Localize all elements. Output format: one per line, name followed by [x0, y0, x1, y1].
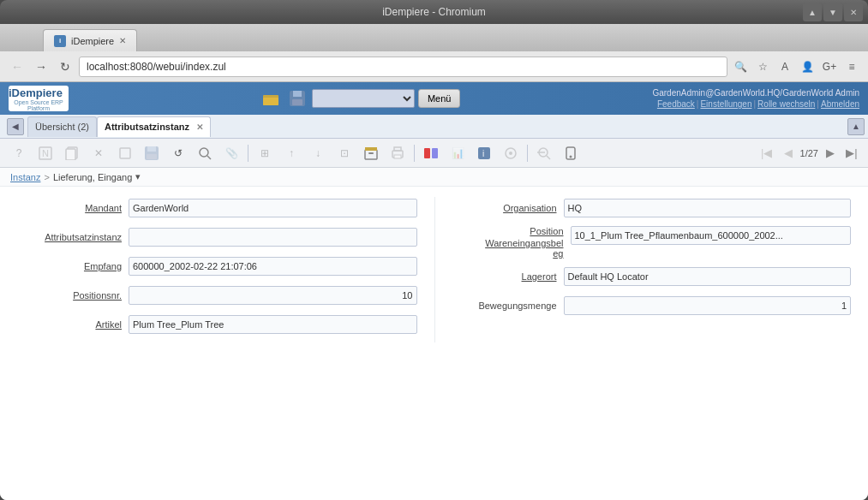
delete-button[interactable]: ✕ [87, 142, 111, 164]
refresh-button[interactable]: ↺ [166, 142, 190, 164]
organisation-input[interactable] [564, 199, 852, 217]
zoom-button[interactable] [532, 142, 556, 164]
attributsatz-input[interactable] [129, 228, 417, 247]
tab-close-icon[interactable]: ✕ [119, 36, 126, 45]
menu-icon[interactable]: ≡ [842, 57, 861, 76]
form-row-attributsatz: Attributsatzinstanz [17, 226, 417, 248]
reload-button[interactable]: ↻ [55, 57, 75, 77]
address-icons: 🔍 ☆ A 👤 G+ ≡ [731, 57, 861, 76]
next-page-button[interactable]: ▶ [821, 144, 840, 163]
position-label[interactable]: Position [452, 226, 564, 236]
phone-icon [564, 146, 578, 160]
positionsnr-label[interactable]: Positionsnr. [17, 290, 129, 301]
undo-button[interactable] [113, 142, 137, 164]
empfang-input[interactable] [129, 257, 417, 276]
artikel-input[interactable] [129, 315, 417, 334]
page-info: 1/27 [800, 148, 818, 158]
context-dropdown[interactable] [312, 89, 415, 108]
new-button[interactable]: N [33, 142, 57, 164]
tab-attributsatz[interactable]: Attributsatzinstanz ✕ [97, 116, 211, 137]
attachment-button[interactable]: 📎 [219, 142, 243, 164]
svg-point-14 [200, 148, 208, 157]
last-page-button[interactable]: ▶| [842, 144, 861, 163]
settings-btn[interactable] [499, 142, 523, 164]
tab-scroll-up[interactable]: ▲ [847, 118, 865, 135]
svg-rect-13 [147, 154, 157, 159]
wareneingang-label[interactable]: Wareneingangsbeleg [452, 238, 564, 259]
collapse-button[interactable]: ◀ [7, 118, 24, 135]
back-button[interactable]: ← [7, 57, 27, 77]
minimize-btn[interactable]: ▲ [803, 3, 822, 21]
attributsatz-label[interactable]: Attributsatzinstanz [17, 232, 129, 242]
open-folder-button[interactable] [260, 87, 283, 110]
logout-link[interactable]: Abmelden [821, 99, 859, 109]
svg-text:N: N [42, 148, 49, 158]
find-button[interactable] [193, 142, 217, 164]
forward-button[interactable]: → [31, 57, 51, 77]
form-row-position: Position Wareneingangsbeleg [452, 226, 852, 259]
feedback-link[interactable]: Feedback [657, 99, 695, 109]
form-row-positionsnr: Positionsnr. [17, 284, 417, 307]
address-input[interactable] [79, 57, 727, 77]
app-header: iDempiere Open Source ERP Platform Menü [0, 82, 868, 115]
lagerort-label[interactable]: Lagerort [452, 271, 564, 282]
organisation-label[interactable]: Organisation [452, 203, 564, 213]
transaction-button[interactable] [419, 142, 443, 164]
prev-page-button[interactable]: ◀ [779, 144, 798, 163]
browser-window: iDempiere - Chromium ▲ ▼ ✕ i iDempiere ✕… [0, 0, 868, 500]
help-button[interactable]: ? [7, 142, 31, 164]
phone-button[interactable] [559, 142, 583, 164]
breadcrumb-row: Instanz > Lieferung, Eingang ▾ [0, 168, 868, 187]
instanz-link[interactable]: Instanz [10, 172, 40, 182]
zoom-icon[interactable]: 🔍 [731, 57, 750, 76]
breadcrumb-dropdown[interactable]: ▾ [135, 171, 141, 182]
tab-close-button[interactable]: ✕ [196, 122, 203, 132]
translate-icon[interactable]: A [775, 57, 794, 76]
expand-button[interactable]: ⊡ [332, 142, 356, 164]
view-button[interactable]: ⊞ [253, 142, 277, 164]
svg-line-29 [547, 156, 550, 159]
position-input[interactable] [571, 226, 852, 245]
svg-rect-18 [368, 152, 374, 154]
tab-overview[interactable]: Übersicht (2) [27, 116, 97, 137]
info-button[interactable]: i [472, 142, 496, 164]
save-button[interactable] [286, 87, 308, 110]
save-record-button[interactable] [140, 142, 164, 164]
mandant-input[interactable] [129, 199, 417, 217]
form-row-empfang: Empfang [17, 255, 417, 277]
lagerort-input[interactable] [564, 267, 852, 286]
first-page-button[interactable]: |◀ [757, 144, 776, 163]
menu-button[interactable]: Menü [418, 89, 461, 108]
form-right: Organisation Position Wareneingangsbeleg… [434, 197, 852, 342]
star-icon[interactable]: ☆ [753, 57, 772, 76]
undo-icon [118, 146, 132, 160]
svg-rect-22 [424, 148, 430, 158]
copy-button[interactable] [60, 142, 84, 164]
up-button[interactable]: ↑ [279, 142, 303, 164]
artikel-label[interactable]: Artikel [17, 319, 129, 330]
print-button[interactable] [386, 142, 410, 164]
browser-addressbar: ← → ↻ 🔍 ☆ A 👤 G+ ≡ [0, 51, 868, 82]
mandant-label[interactable]: Mandant [17, 203, 129, 213]
bewegungsmenge-input[interactable] [564, 296, 852, 315]
svg-text:i: i [482, 149, 484, 158]
close-btn[interactable]: ✕ [844, 3, 863, 21]
svg-line-15 [207, 156, 211, 159]
window-controls: ▲ ▼ ✕ [803, 3, 863, 21]
switch-role-link[interactable]: Rolle wechseln [757, 99, 815, 109]
maximize-btn[interactable]: ▼ [823, 3, 842, 21]
down-button[interactable]: ↓ [306, 142, 330, 164]
breadcrumb-arrow: > [44, 172, 49, 182]
info-icon: i [477, 146, 491, 160]
profile-icon[interactable]: 👤 [798, 57, 817, 76]
chart-button[interactable]: 📊 [446, 142, 470, 164]
form-row-organisation: Organisation [452, 197, 852, 219]
positionsnr-input[interactable] [129, 286, 417, 305]
bewegungsmenge-label: Bewegungsmenge [452, 301, 564, 311]
apps-icon[interactable]: G+ [820, 57, 839, 76]
archive-button[interactable] [359, 142, 383, 164]
settings-link[interactable]: Einstellungen [700, 99, 751, 109]
svg-rect-10 [120, 148, 130, 158]
empfang-label[interactable]: Empfang [17, 261, 129, 271]
browser-tab[interactable]: i iDempiere ✕ [43, 29, 137, 51]
